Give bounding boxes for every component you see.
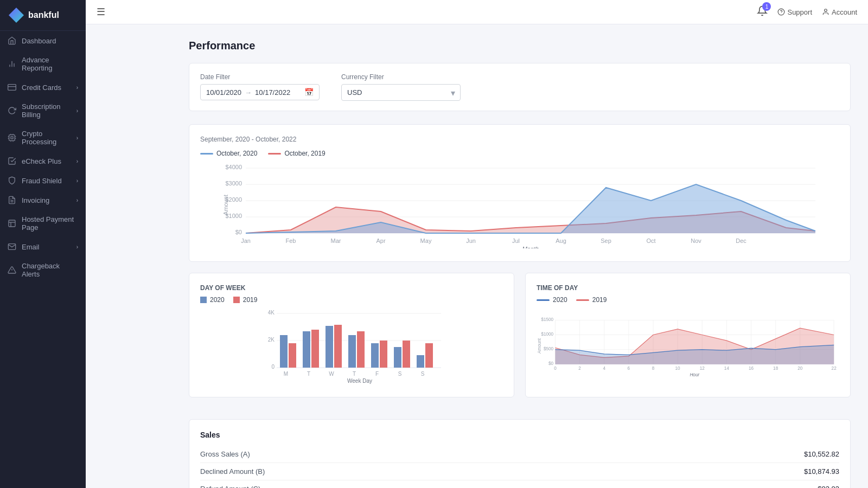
date-start: 10/01/2020 (206, 88, 241, 97)
svg-text:6: 6 (628, 366, 630, 371)
svg-rect-58 (289, 343, 296, 368)
sidebar: bankful Dashboard Advance Reporting Cred… (0, 0, 86, 488)
svg-text:Jul: Jul (512, 237, 520, 244)
date-end: 10/17/2022 (255, 88, 290, 97)
sidebar-item-hosted-payment-page[interactable]: Hosted Payment Page (0, 210, 86, 237)
sidebar-item-subscription-billing[interactable]: Subscription Billing › (0, 97, 86, 124)
account-link[interactable]: Account (822, 8, 857, 16)
svg-text:$4000: $4000 (225, 164, 242, 170)
svg-text:$0: $0 (235, 229, 242, 235)
chevron-icon: › (76, 158, 78, 164)
currency-filter-group: Currency Filter USDEURGBP ▾ (341, 73, 461, 101)
sidebar-item-dashboard[interactable]: Dashboard (0, 31, 86, 50)
svg-text:Week Day: Week Day (347, 378, 372, 384)
day-of-week-section: DAY OF WEEK 2020 2019 4K 2K 0 (189, 273, 514, 397)
sidebar-item-fraud-shield[interactable]: Fraud Shield › (0, 171, 86, 190)
area-chart-title: September, 2020 - October, 2022 (200, 136, 839, 143)
sidebar-item-label: Advance Reporting (22, 56, 78, 72)
area-chart-legend: October, 2020 October, 2019 (200, 150, 839, 157)
svg-rect-69 (417, 355, 424, 368)
sales-row-value: $10,552.82 (804, 450, 839, 458)
dow-legend: 2020 2019 (200, 296, 503, 304)
date-filter-label: Date Filter (200, 73, 320, 81)
logo-icon (9, 8, 24, 23)
svg-text:W: W (329, 371, 334, 377)
sales-section: Sales Gross Sales (A) $10,552.82 Decline… (189, 419, 851, 488)
dow-label-2020: 2020 (210, 296, 225, 304)
svg-text:22: 22 (832, 366, 837, 371)
hamburger-button[interactable]: ☰ (97, 6, 105, 18)
sidebar-item-label: Hosted Payment Page (22, 215, 78, 232)
sidebar-item-crypto-processing[interactable]: Crypto Processing › (0, 124, 86, 151)
svg-text:F: F (375, 371, 379, 377)
svg-rect-66 (380, 341, 387, 368)
svg-text:12: 12 (700, 366, 705, 371)
svg-text:Apr: Apr (376, 237, 385, 244)
svg-text:Amount: Amount (537, 338, 542, 354)
sidebar-item-chargeback-alerts[interactable]: Chargeback Alerts (0, 256, 86, 284)
svg-text:Oct: Oct (646, 237, 655, 244)
dow-label-2019: 2019 (243, 296, 258, 304)
chevron-icon: › (76, 244, 78, 250)
two-col-charts: DAY OF WEEK 2020 2019 4K 2K 0 (189, 273, 851, 408)
sales-row-label: Declined Amount (B) (200, 467, 265, 476)
svg-rect-6 (11, 137, 13, 139)
chevron-icon: › (76, 85, 78, 91)
sidebar-item-invoicing[interactable]: Invoicing › (0, 190, 86, 210)
svg-rect-61 (326, 326, 333, 368)
svg-rect-3 (8, 85, 16, 91)
svg-text:Hour: Hour (690, 373, 699, 377)
sidebar-item-advance-reporting[interactable]: Advance Reporting (0, 50, 86, 78)
legend-line-2020 (200, 153, 213, 155)
tod-label-2020: 2020 (553, 296, 567, 304)
area-chart-svg: $4000 $3000 $2000 $1000 $0 Amount Jan Fe… (200, 162, 839, 248)
time-of-day-title: TIME OF DAY (537, 284, 839, 292)
home-icon (8, 36, 16, 45)
tod-legend-2020: 2020 (537, 296, 567, 304)
svg-text:Dec: Dec (736, 237, 746, 244)
check-square-icon (8, 157, 16, 165)
dow-color-2020 (200, 297, 207, 303)
svg-text:0: 0 (271, 364, 275, 370)
tod-legend-2019: 2019 (576, 296, 607, 304)
sidebar-item-echeck-plus[interactable]: eCheck Plus › (0, 151, 86, 171)
svg-text:Jan: Jan (241, 237, 251, 244)
svg-text:4: 4 (603, 366, 605, 371)
main-content: Performance Date Filter 10/01/2020 → 10/… (171, 24, 868, 488)
support-link[interactable]: Support (777, 8, 812, 16)
notification-button[interactable]: 1 (757, 5, 768, 18)
sidebar-item-email[interactable]: Email › (0, 237, 86, 256)
svg-point-24 (825, 9, 827, 12)
legend-2020: October, 2020 (200, 150, 257, 157)
area-chart-section: September, 2020 - October, 2022 October,… (189, 124, 851, 262)
svg-text:May: May (420, 237, 432, 244)
topbar: ☰ 1 Support Account (86, 0, 868, 24)
chevron-icon: › (76, 197, 78, 203)
sidebar-item-credit-cards[interactable]: Credit Cards › (0, 78, 86, 97)
legend-line-2019 (268, 153, 281, 155)
svg-text:Month: Month (522, 246, 539, 248)
date-input[interactable]: 10/01/2020 → 10/17/2022 📅 (200, 84, 320, 100)
shield-icon (8, 176, 16, 185)
time-of-day-section: TIME OF DAY 2020 2019 $1500 $1000 $500 $… (525, 273, 851, 397)
svg-text:2: 2 (578, 366, 581, 371)
time-of-day-svg: $1500 $1000 $500 $0 Amount (537, 308, 839, 384)
svg-text:S: S (398, 371, 402, 377)
notification-badge: 1 (762, 2, 771, 11)
sidebar-item-label: Email (22, 243, 40, 251)
logo-text: bankful (28, 10, 59, 20)
svg-text:20: 20 (797, 366, 803, 371)
tod-color-2020 (537, 299, 550, 301)
svg-rect-17 (9, 220, 15, 227)
svg-text:2K: 2K (268, 337, 275, 343)
currency-select[interactable]: USDEURGBP (341, 84, 461, 101)
topbar-right: 1 Support Account (757, 5, 857, 18)
dow-legend-2020: 2020 (200, 296, 225, 304)
support-icon (777, 8, 785, 16)
sales-rows: Gross Sales (A) $10,552.82 Declined Amou… (200, 446, 839, 488)
svg-text:Sep: Sep (601, 237, 611, 244)
svg-text:Mar: Mar (331, 237, 341, 244)
credit-card-icon (8, 83, 16, 92)
account-icon (822, 8, 829, 16)
day-of-week-title: DAY OF WEEK (200, 284, 503, 292)
